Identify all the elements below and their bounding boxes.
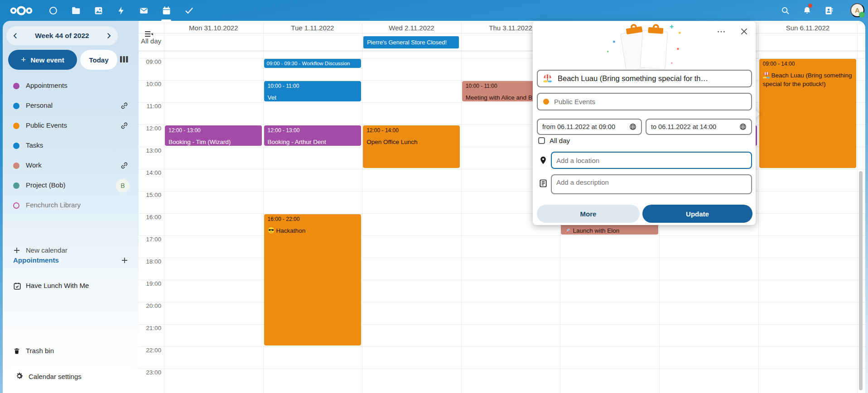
today-button[interactable]: Today bbox=[80, 50, 117, 70]
event-illustration bbox=[603, 24, 685, 69]
week-label[interactable]: Week 44 of 2022 bbox=[24, 32, 100, 40]
event-title: Open Office Lunch bbox=[366, 138, 456, 146]
calendar-item-public-events[interactable]: Public Events bbox=[3, 116, 139, 136]
event-hackathon[interactable]: 16:00 - 22:00Hackathon bbox=[264, 214, 361, 346]
time-label: 17:00 bbox=[139, 236, 161, 243]
more-button[interactable]: More bbox=[537, 205, 640, 223]
event-store-closed[interactable]: Pierre's General Store Closed! bbox=[363, 36, 459, 48]
start-datetime-input[interactable]: from 06.11.2022 at 09:00 bbox=[537, 119, 642, 135]
notifications-icon[interactable] bbox=[797, 0, 817, 21]
time-label: 13:00 bbox=[139, 147, 161, 154]
top-bar: A bbox=[0, 0, 868, 21]
event-title-input[interactable]: Beach Luau (Bring something special for … bbox=[537, 70, 752, 87]
event-workflow-discussion[interactable]: 09:00 - 09:30 - Workflow Discussion bbox=[264, 59, 361, 68]
calendar-item-work[interactable]: Work bbox=[3, 156, 139, 176]
topbar-right-actions bbox=[775, 0, 839, 21]
calendar-select-value: Public Events bbox=[554, 98, 595, 105]
close-icon[interactable] bbox=[738, 27, 749, 38]
view-columns-icon[interactable] bbox=[119, 56, 130, 64]
calendar-item-project-bob[interactable]: Project (Bob)B bbox=[3, 176, 139, 196]
calendar-item-fenchurch-library[interactable]: Fenchurch Library bbox=[3, 196, 139, 216]
week-navigation: Week 44 of 2022 bbox=[6, 26, 118, 45]
actions-menu-icon[interactable] bbox=[716, 27, 727, 38]
time-label: 19:00 bbox=[139, 280, 161, 287]
event-title-value: Beach Luau (Bring something special for … bbox=[558, 74, 708, 83]
user-avatar[interactable]: A bbox=[850, 3, 864, 17]
timezone-globe-icon[interactable] bbox=[629, 123, 637, 130]
allday-bottom-border bbox=[139, 51, 865, 51]
update-button[interactable]: Update bbox=[642, 205, 752, 223]
map-marker-icon bbox=[539, 156, 548, 165]
event-vet[interactable]: 10:00 - 11:00Vet bbox=[264, 81, 361, 102]
hour-line bbox=[139, 369, 865, 369]
next-week-button[interactable] bbox=[100, 26, 118, 45]
beach-umbrella-emoji bbox=[543, 74, 554, 83]
hour-line bbox=[139, 213, 865, 214]
activity-app-icon[interactable] bbox=[110, 0, 132, 21]
add-appointment-config-button[interactable] bbox=[121, 257, 129, 264]
event-time: 10:00 - 11:00 bbox=[268, 83, 357, 89]
calendar-dot-project-bob bbox=[13, 182, 19, 189]
dashboard-app-icon[interactable] bbox=[42, 0, 64, 21]
calendar-settings-button[interactable]: Calendar settings bbox=[6, 367, 135, 387]
calendar-item-personal[interactable]: Personal bbox=[3, 96, 139, 116]
trash-icon bbox=[13, 347, 21, 355]
tasks-app-icon[interactable] bbox=[178, 0, 200, 21]
time-label: 16:00 bbox=[139, 214, 161, 220]
calendar-select[interactable]: Public Events bbox=[537, 93, 752, 110]
hour-line bbox=[139, 258, 865, 258]
event-time: 12:00 - 14:00 bbox=[366, 127, 456, 134]
event-time: 16:00 - 22:00 bbox=[268, 216, 357, 222]
event-booking-tim[interactable]: 12:00 - 13:00Booking - Tim (Wizard) bbox=[165, 125, 262, 146]
nextcloud-logo-icon[interactable] bbox=[7, 4, 35, 17]
calendar-label: Fenchurch Library bbox=[26, 201, 81, 209]
timezone-globe-icon[interactable] bbox=[739, 123, 747, 130]
search-icon[interactable] bbox=[775, 0, 796, 21]
previous-week-button[interactable] bbox=[6, 26, 24, 45]
allday-checkbox[interactable]: All day bbox=[538, 137, 570, 144]
hour-line bbox=[139, 191, 865, 192]
time-label: 10:00 bbox=[139, 81, 161, 87]
time-label: 22:00 bbox=[139, 347, 161, 354]
day-header: Mon 31.10.2022 bbox=[164, 23, 263, 33]
calendar-settings-label: Calendar settings bbox=[29, 373, 82, 380]
menu-open-icon[interactable] bbox=[145, 31, 154, 37]
mail-app-icon[interactable] bbox=[132, 0, 155, 21]
calendar-label: Work bbox=[26, 161, 42, 169]
hour-line bbox=[139, 235, 865, 236]
event-beach-luau[interactable]: 09:00 - 14:00Beach Luau (Bring something… bbox=[759, 59, 856, 168]
event-time: 12:00 - 13:00 bbox=[169, 127, 258, 134]
event-open-office-lunch[interactable]: 12:00 - 14:00Open Office Lunch bbox=[363, 125, 460, 168]
photos-app-icon[interactable] bbox=[87, 0, 110, 21]
description-textarea[interactable] bbox=[551, 174, 752, 194]
calendar-label: Project (Bob) bbox=[26, 181, 66, 189]
appointment-item-have-lunch-with-me[interactable]: Have Lunch With Me bbox=[3, 276, 139, 296]
location-input[interactable] bbox=[551, 152, 752, 169]
day-header: Sun 6.11.2022 bbox=[758, 23, 858, 33]
notification-badge bbox=[808, 4, 812, 8]
hour-line bbox=[139, 102, 865, 103]
time-label: 23:00 bbox=[139, 369, 161, 376]
files-app-icon[interactable] bbox=[64, 0, 87, 21]
time-label: 09:00 bbox=[139, 58, 161, 65]
new-event-label: New event bbox=[30, 56, 64, 64]
event-time: 12:00 - 13:00 bbox=[268, 127, 357, 134]
header-bottom-border bbox=[139, 33, 865, 34]
plus-icon: + bbox=[21, 55, 26, 65]
event-title: Beach Luau (Bring something special for … bbox=[763, 71, 853, 88]
hour-line bbox=[139, 302, 865, 302]
calendar-item-tasks[interactable]: Tasks bbox=[3, 136, 139, 156]
event-booking-arthur[interactable]: 12:00 - 13:00Booking - Arthur Dent bbox=[264, 125, 361, 146]
day-header: Wed 2.11.2022 bbox=[362, 23, 461, 33]
contacts-icon[interactable] bbox=[819, 0, 839, 21]
end-datetime-input[interactable]: to 06.11.2022 at 14:00 bbox=[646, 119, 752, 135]
calendar-item-appointments[interactable]: Appointments bbox=[3, 76, 139, 96]
checkbox-icon[interactable] bbox=[538, 137, 545, 144]
calendar-ring-fenchurch-library bbox=[13, 202, 19, 209]
vertical-scrollbar-thumb[interactable] bbox=[859, 171, 863, 390]
new-event-button[interactable]: + New event bbox=[8, 50, 77, 70]
allday-checkbox-label: All day bbox=[550, 137, 570, 144]
calendar-app-icon[interactable] bbox=[155, 0, 178, 21]
event-title: Booking - Arthur Dent bbox=[268, 138, 357, 146]
trash-bin-button[interactable]: Trash bin bbox=[3, 341, 139, 361]
